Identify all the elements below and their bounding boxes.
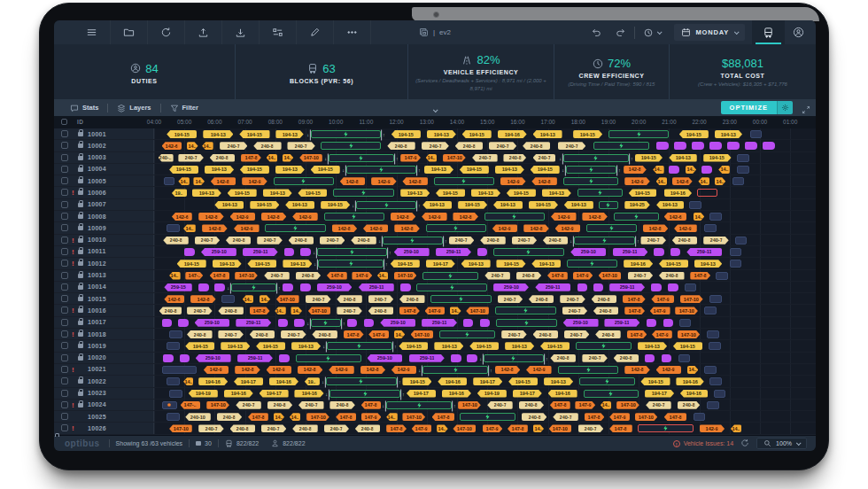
lock-icon[interactable] bbox=[78, 356, 83, 361]
gantt-block[interactable] bbox=[284, 248, 294, 256]
gantt-block[interactable]: ↓↑ bbox=[329, 390, 400, 398]
row-checkbox[interactable] bbox=[61, 177, 68, 184]
gantt-block[interactable]: 14.. bbox=[275, 307, 286, 314]
gantt-block[interactable] bbox=[576, 342, 632, 350]
row-checkbox[interactable] bbox=[61, 390, 68, 397]
gantt-block[interactable] bbox=[400, 283, 410, 291]
gantt-block[interactable] bbox=[697, 189, 717, 197]
gantt-block[interactable]: 14.. bbox=[718, 166, 730, 174]
gantt-block[interactable]: 147-8 bbox=[250, 307, 270, 314]
gantt-block[interactable] bbox=[480, 319, 490, 327]
gantt-block[interactable]: 240-7 bbox=[281, 330, 306, 338]
row-checkbox[interactable] bbox=[61, 189, 68, 196]
row-checkbox[interactable] bbox=[61, 330, 68, 338]
gantt-block[interactable]: 142-9 bbox=[700, 424, 725, 432]
undo-button[interactable] bbox=[585, 20, 608, 44]
gantt-block[interactable]: 240-7 bbox=[320, 237, 345, 244]
row-checkbox[interactable] bbox=[61, 130, 68, 137]
gantt-block[interactable] bbox=[463, 319, 473, 327]
gantt-block[interactable]: 14.. bbox=[686, 166, 697, 174]
charge-end-handle[interactable]: ↑ bbox=[394, 153, 399, 164]
gantt-block[interactable]: 142-8 bbox=[298, 366, 323, 374]
gantt-block[interactable]: 240-8 bbox=[159, 307, 182, 314]
gantt-block[interactable]: 194-13 bbox=[505, 342, 534, 350]
gantt-block[interactable]: 194-15 bbox=[250, 201, 279, 209]
tab-filter[interactable]: Filter bbox=[161, 99, 207, 116]
gantt-block[interactable]: 194-15 bbox=[247, 260, 276, 268]
gantt-block[interactable]: 142-8 bbox=[402, 177, 428, 185]
gantt-block[interactable]: 194-13 bbox=[205, 166, 234, 174]
tab-stats[interactable]: Stats bbox=[61, 99, 107, 116]
day-selector[interactable]: MONDAY bbox=[674, 24, 745, 41]
row-checkbox[interactable] bbox=[61, 424, 68, 431]
gantt-block[interactable]: 240-8 bbox=[218, 307, 244, 314]
gantt-block[interactable] bbox=[495, 307, 555, 314]
gantt-block[interactable]: 194-13 bbox=[291, 342, 321, 350]
gantt-block[interactable]: 240-7 bbox=[218, 330, 244, 338]
gantt-block[interactable]: 147-8 bbox=[609, 424, 632, 432]
gantt-block[interactable]: 142-9 bbox=[500, 177, 526, 185]
gantt-block[interactable]: 194-13 bbox=[283, 260, 312, 268]
gantt-block[interactable]: 194-13 bbox=[495, 166, 524, 174]
gantt-block[interactable]: 194-16 bbox=[498, 130, 527, 138]
gantt-block[interactable]: 194-13 bbox=[275, 130, 303, 138]
gantt-block[interactable]: 194-15 bbox=[402, 377, 431, 385]
gantt-block[interactable]: 147-8 bbox=[664, 413, 687, 421]
gantt-block[interactable]: 240-8 bbox=[267, 401, 293, 409]
gantt-block[interactable]: 194-13 bbox=[213, 260, 242, 268]
gantt-block[interactable]: 142-9 bbox=[674, 224, 697, 232]
gantt-block[interactable]: 147-10 bbox=[453, 424, 476, 432]
gantt-block[interactable] bbox=[593, 142, 649, 150]
gantt-block[interactable]: 14.. bbox=[533, 424, 545, 432]
charge-start-handle[interactable]: ↓ bbox=[314, 260, 318, 270]
charge-end-handle[interactable]: ↑ bbox=[276, 283, 281, 293]
gantt-block[interactable]: 259-11 bbox=[422, 319, 457, 327]
gantt-block[interactable]: ↓↑ bbox=[484, 354, 544, 362]
gantt-block[interactable] bbox=[709, 377, 722, 385]
gantt-block[interactable]: 194-15 bbox=[321, 201, 350, 209]
row-checkbox[interactable] bbox=[61, 213, 68, 220]
history-button[interactable] bbox=[637, 20, 667, 44]
gantt-block[interactable]: 147-8 bbox=[386, 424, 407, 432]
charge-end-handle[interactable]: ↑ bbox=[384, 260, 389, 270]
gantt-block[interactable] bbox=[484, 213, 545, 221]
gantt-block[interactable]: 142-8 bbox=[391, 213, 416, 221]
gantt-block[interactable]: 147-8 bbox=[690, 272, 710, 280]
gantt-block[interactable]: 14.. bbox=[178, 177, 190, 185]
gantt-block[interactable]: 194-16 bbox=[198, 377, 228, 385]
gantt-block[interactable]: 147-10 bbox=[308, 307, 331, 314]
charge-start-handle[interactable]: ↓ bbox=[227, 283, 231, 293]
gantt-block[interactable]: 147-8 bbox=[550, 401, 570, 409]
gantt-block[interactable] bbox=[164, 177, 174, 185]
gantt-block[interactable]: 240-7 bbox=[533, 154, 556, 162]
gantt-block[interactable]: 259-11 bbox=[535, 283, 570, 291]
refresh-issues-icon[interactable] bbox=[740, 439, 749, 448]
gantt-block[interactable]: 240-8 bbox=[187, 330, 213, 338]
gantt-block[interactable]: 194-15 bbox=[167, 130, 197, 138]
charge-end-handle[interactable]: ↑ bbox=[392, 342, 397, 353]
gantt-block[interactable] bbox=[674, 142, 686, 150]
gantt-block[interactable]: 142-8 bbox=[624, 366, 650, 374]
gantt-block[interactable]: 240-7 bbox=[257, 237, 283, 244]
gantt-block[interactable]: 240-7 bbox=[187, 307, 213, 314]
gantt-block[interactable]: 240-7 bbox=[449, 237, 475, 244]
gantt-block[interactable]: 14.. bbox=[687, 366, 699, 374]
gantt-block[interactable]: 14.. bbox=[202, 142, 213, 150]
gantt-block[interactable]: 142-9 bbox=[363, 224, 389, 232]
gantt-block[interactable] bbox=[214, 283, 224, 291]
gantt-block[interactable]: 240-8 bbox=[292, 424, 318, 432]
gantt-block[interactable]: 194-15 bbox=[540, 342, 570, 350]
charge-start-handle[interactable]: ↓ bbox=[559, 153, 563, 164]
gantt-block[interactable]: 194-13 bbox=[424, 166, 453, 174]
row-checkbox[interactable] bbox=[61, 166, 68, 173]
gantt-block[interactable]: 194-13 bbox=[656, 201, 684, 209]
gantt-block[interactable]: 240-8 bbox=[351, 237, 376, 244]
gantt-block[interactable]: 147-10 bbox=[299, 154, 322, 162]
gantt-block[interactable]: 147-10 bbox=[675, 307, 698, 314]
gantt-block[interactable]: 14.. bbox=[291, 307, 302, 314]
gantt-block[interactable] bbox=[279, 354, 289, 362]
gantt-block[interactable] bbox=[663, 319, 673, 327]
gantt-block[interactable]: 259-11 bbox=[686, 248, 722, 256]
row-checkbox[interactable] bbox=[61, 366, 68, 373]
gantt-block[interactable]: 194-15 bbox=[531, 166, 560, 174]
